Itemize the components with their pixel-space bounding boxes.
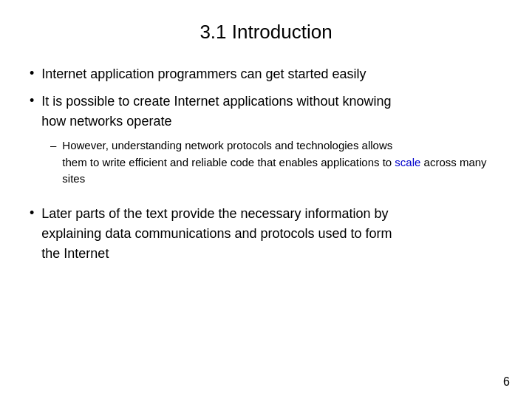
sub-bullet-dash: –	[50, 137, 56, 154]
sub-bullet-container: – However, understanding network protoco…	[50, 137, 502, 188]
page-number: 6	[503, 375, 510, 389]
bullet-3-dot: •	[30, 205, 34, 221]
bullet-1-dot: •	[30, 66, 34, 81]
bullet-3-line2: explaining data communications and proto…	[41, 226, 392, 241]
bullet-3-line1: Later parts of the text provide the nece…	[41, 206, 388, 221]
bullet-1-text: Internet application programmers can get…	[41, 64, 366, 84]
sub-text-1: However, understanding network protocols…	[62, 139, 392, 151]
sub-bullet-text: However, understanding network protocols…	[62, 137, 502, 188]
bullet-2-dot: •	[30, 93, 34, 109]
slide: 3.1 Introduction • Internet application …	[0, 0, 532, 399]
bullet-2-line2: how networks operate	[41, 114, 171, 129]
bullet-2: • It is possible to create Internet appl…	[30, 92, 502, 132]
slide-content: • Internet application programmers can g…	[30, 64, 502, 377]
bullet-1: • Internet application programmers can g…	[30, 64, 502, 84]
bullet-2-text: It is possible to create Internet applic…	[41, 92, 391, 132]
sub-text-highlight: scale	[395, 156, 420, 168]
bullet-3: • Later parts of the text provide the ne…	[30, 204, 502, 264]
sub-bullet-1: – However, understanding network protoco…	[50, 137, 502, 188]
bullet-3-text: Later parts of the text provide the nece…	[41, 204, 392, 264]
slide-title: 3.1 Introduction	[30, 15, 502, 44]
sub-text-2: them to write efficient and reliable cod…	[62, 156, 392, 168]
bullet-3-line3: the Internet	[41, 246, 109, 261]
bullet-2-line1: It is possible to create Internet applic…	[41, 94, 391, 109]
